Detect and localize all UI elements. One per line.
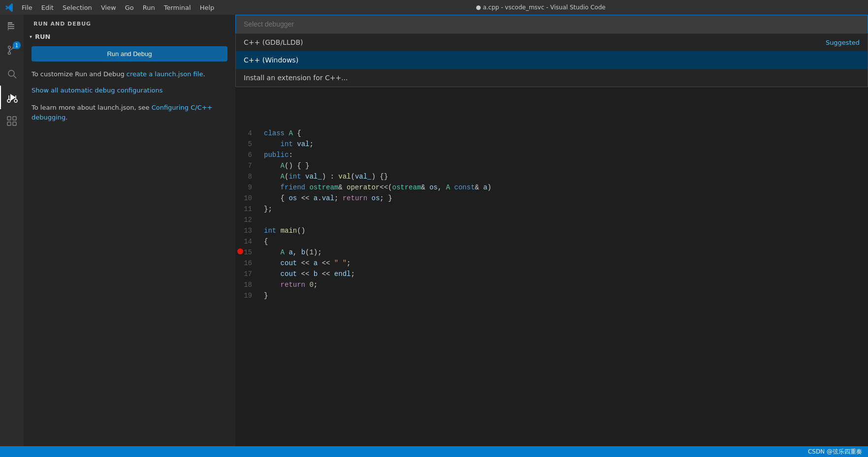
activity-search[interactable] — [0, 62, 24, 86]
line-number: 11 — [235, 204, 260, 214]
table-row: 16 cout << a << " "; — [235, 258, 868, 269]
line-code: public: — [260, 150, 868, 160]
table-row: 12 — [235, 214, 868, 225]
create-launch-json-link[interactable]: create a launch.json file — [127, 70, 203, 78]
line-number: 10 — [235, 193, 260, 204]
table-row: 18 return 0; — [235, 279, 868, 290]
line-number: 7 — [235, 160, 260, 171]
menu-selection[interactable]: Selection — [59, 3, 96, 12]
svg-point-10 — [7, 99, 10, 102]
table-row: 15 A a, b(1); — [235, 247, 868, 258]
line-code: { — [260, 236, 868, 247]
line-code — [260, 214, 868, 225]
line-number: 13 — [235, 225, 260, 236]
table-row: 7 A() { } — [235, 160, 868, 171]
line-code: return 0; — [260, 279, 868, 290]
svg-point-11 — [14, 99, 17, 102]
run-and-debug-button[interactable]: Run and Debug — [32, 46, 227, 61]
explorer-icon — [6, 21, 18, 32]
run-debug-icon — [6, 91, 18, 103]
line-number: 14 — [235, 236, 260, 247]
svg-rect-2 — [8, 24, 14, 25]
svg-rect-14 — [7, 117, 11, 120]
suggested-tag: Suggested — [826, 39, 860, 46]
main-layout: 1 — [0, 15, 868, 446]
line-code: } — [260, 290, 868, 301]
table-row: 5 int val; — [235, 139, 868, 150]
line-code: class A { — [260, 128, 868, 139]
line-code: { os << a.val; return os; } — [260, 193, 868, 204]
menu-run[interactable]: Run — [139, 3, 159, 12]
line-code: A(int val_) : val(val_) {} — [260, 171, 868, 182]
chevron-down-icon: ▾ — [30, 34, 32, 39]
extensions-icon — [6, 115, 18, 127]
line-number: 15 — [235, 247, 260, 258]
sidebar-description2: To learn more about launch.json, see Con… — [24, 103, 235, 122]
debugger-list: C++ (GDB/LLDB) Suggested C++ (Windows) I… — [235, 33, 868, 87]
activity-explorer[interactable] — [0, 15, 24, 38]
table-row: 6public: — [235, 150, 868, 160]
line-number: 19 — [235, 290, 260, 301]
table-row: 19} — [235, 290, 868, 301]
code-table: 4class A {5 int val;6public:7 A() { }8 A… — [235, 128, 868, 301]
svg-rect-16 — [7, 122, 11, 125]
table-row: 10 { os << a.val; return os; } — [235, 193, 868, 204]
debugger-windows-label: C++ (Windows) — [244, 56, 298, 64]
menu-file[interactable]: File — [18, 3, 36, 12]
run-label: RUN — [35, 33, 50, 40]
svg-rect-15 — [13, 117, 16, 120]
status-right-text: CSDN @弦乐四重奏 — [808, 448, 862, 456]
editor-area: C++ (GDB/LLDB) Suggested C++ (Windows) I… — [235, 15, 868, 446]
window-title: ● a.cpp - vscode_msvc - Visual Studio Co… — [218, 4, 863, 11]
debugger-windows[interactable]: C++ (Windows) — [236, 51, 868, 69]
debugger-gdb-lldb-label: C++ (GDB/LLDB) — [244, 38, 303, 46]
debugger-gdb-lldb[interactable]: C++ (GDB/LLDB) Suggested — [236, 33, 868, 51]
line-number: 6 — [235, 150, 260, 160]
select-debugger-input[interactable] — [235, 15, 868, 33]
line-number: 5 — [235, 139, 260, 150]
line-number: 17 — [235, 269, 260, 279]
table-row: 14{ — [235, 236, 868, 247]
menu-view[interactable]: View — [97, 3, 120, 12]
show-auto-debug-link[interactable]: Show all automatic debug configurations — [32, 87, 163, 94]
line-code: }; — [260, 204, 868, 214]
line-number: 18 — [235, 279, 260, 290]
table-row: 13int main() — [235, 225, 868, 236]
line-code: friend ostream& operator<<(ostream& os, … — [260, 182, 868, 193]
svg-rect-17 — [13, 122, 16, 125]
line-code: A() { } — [260, 160, 868, 171]
svg-line-9 — [14, 76, 16, 78]
activity-source-control[interactable]: 1 — [0, 38, 24, 62]
vscode-logo-icon — [5, 3, 14, 12]
sidebar: RUN AND DEBUG ▾ RUN Run and Debug To cus… — [24, 15, 235, 446]
activity-run-debug[interactable] — [0, 86, 24, 109]
table-row: 11}; — [235, 204, 868, 214]
title-bar: File Edit Selection View Go Run Terminal… — [0, 0, 868, 15]
line-code: int val; — [260, 139, 868, 150]
svg-rect-0 — [8, 22, 12, 24]
line-code: cout << a << " "; — [260, 258, 868, 269]
menu-terminal[interactable]: Terminal — [160, 3, 195, 12]
install-extension[interactable]: Install an extension for C++... — [236, 69, 868, 87]
line-number: 12 — [235, 214, 260, 225]
status-bar: CSDN @弦乐四重奏 — [0, 446, 868, 457]
activity-bar: 1 — [0, 15, 24, 446]
table-row: 9 friend ostream& operator<<(ostream& os… — [235, 182, 868, 193]
activity-extensions[interactable] — [0, 109, 24, 133]
svg-point-5 — [8, 46, 11, 49]
line-number: 16 — [235, 258, 260, 269]
select-debugger-dropdown: C++ (GDB/LLDB) Suggested C++ (Windows) I… — [235, 15, 868, 87]
line-number: 9 — [235, 182, 260, 193]
table-row: 8 A(int val_) : val(val_) {} — [235, 171, 868, 182]
line-number: 4 — [235, 128, 260, 139]
menu-edit[interactable]: Edit — [37, 3, 58, 12]
source-control-badge: 1 — [13, 41, 21, 49]
menu-go[interactable]: Go — [121, 3, 138, 12]
table-row: 17 cout << b << endl; — [235, 269, 868, 279]
line-code: A a, b(1); — [260, 247, 868, 258]
line-number: 8 — [235, 171, 260, 182]
run-section: ▾ RUN — [24, 31, 235, 44]
sidebar-description: To customize Run and Debug create a laun… — [24, 69, 235, 79]
menu-help[interactable]: Help — [196, 3, 219, 12]
svg-rect-4 — [8, 28, 14, 29]
